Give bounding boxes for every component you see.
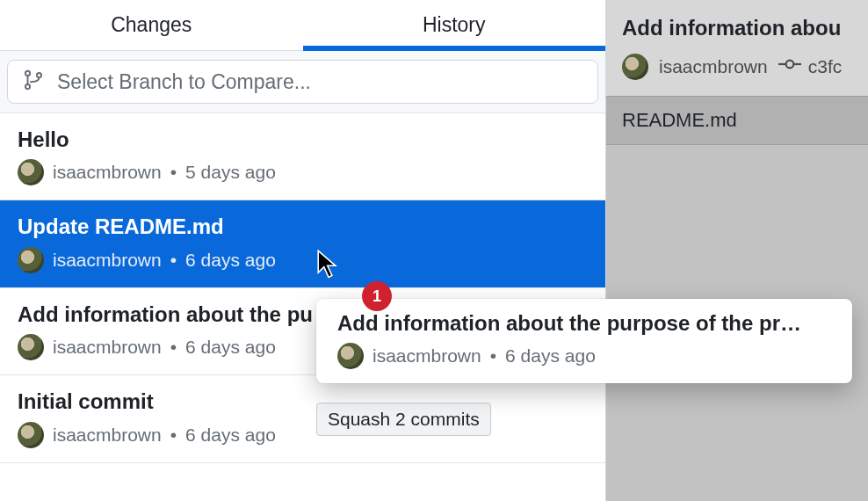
tab-history-label: History [423, 13, 486, 37]
history-panel: Changes History Select Branch to Compare… [0, 0, 606, 501]
drag-time: 6 days ago [505, 345, 596, 367]
separator-dot: • [170, 250, 177, 271]
commit-author: isaacmbrown [53, 162, 162, 183]
branch-compare-container: Select Branch to Compare... [0, 51, 605, 113]
drag-meta: isaacmbrown • 6 days ago [337, 343, 835, 369]
detail-hash-text: c3fc [808, 56, 843, 77]
drag-title: Add information about the purpose of the… [337, 311, 835, 336]
branch-compare-placeholder: Select Branch to Compare... [57, 70, 311, 94]
commit-item[interactable]: Hello isaacmbrown • 5 days ago [0, 113, 605, 200]
commit-meta: isaacmbrown • 6 days ago [18, 422, 588, 448]
commit-meta: isaacmbrown • 5 days ago [18, 159, 588, 185]
tabs: Changes History [0, 0, 605, 51]
separator-dot: • [170, 337, 177, 358]
avatar [337, 343, 364, 369]
commit-detail-panel: Add information abou isaacmbrown c3fc RE… [606, 0, 868, 501]
detail-hash: c3fc [778, 53, 843, 80]
tab-history[interactable]: History [303, 0, 606, 50]
commit-icon [778, 53, 801, 80]
drag-badge: 1 [362, 281, 392, 311]
svg-point-0 [25, 71, 30, 76]
commit-time: 6 days ago [185, 425, 276, 446]
commit-time: 6 days ago [185, 337, 276, 358]
detail-meta: isaacmbrown c3fc [622, 53, 850, 80]
commit-title: Initial commit [18, 388, 588, 416]
commit-meta: isaacmbrown • 6 days ago [18, 247, 588, 273]
drag-preview-card: 1 Add information about the purpose of t… [316, 299, 852, 383]
detail-file-row[interactable]: README.md [606, 96, 868, 145]
tab-changes[interactable]: Changes [0, 0, 303, 50]
branch-compare-select[interactable]: Select Branch to Compare... [7, 60, 598, 104]
detail-author: isaacmbrown [659, 56, 768, 77]
commit-title: Update README.md [18, 213, 588, 241]
squash-tooltip-text: Squash 2 commits [328, 409, 480, 429]
commit-author: isaacmbrown [53, 250, 162, 271]
separator-dot: • [170, 425, 177, 446]
commit-item[interactable]: Initial commit isaacmbrown • 6 days ago [0, 375, 605, 462]
drag-badge-count: 1 [373, 287, 381, 306]
svg-point-2 [37, 73, 41, 77]
detail-title: Add information abou [622, 16, 850, 40]
commit-item-selected[interactable]: Update README.md isaacmbrown • 6 days ag… [0, 200, 605, 287]
commit-time: 5 days ago [185, 162, 276, 183]
separator-dot: • [490, 345, 496, 367]
avatar [18, 159, 44, 185]
detail-header: Add information abou isaacmbrown c3fc [606, 0, 868, 96]
commit-time: 6 days ago [185, 250, 276, 271]
svg-point-3 [785, 61, 793, 69]
detail-filename: README.md [622, 109, 737, 131]
commit-author: isaacmbrown [53, 425, 162, 446]
avatar [18, 334, 44, 360]
tab-changes-label: Changes [111, 13, 192, 37]
avatar [18, 247, 44, 273]
separator-dot: • [170, 162, 177, 183]
commit-author: isaacmbrown [53, 337, 162, 358]
drag-author: isaacmbrown [373, 345, 481, 367]
git-branch-icon [22, 69, 45, 95]
svg-point-1 [25, 84, 30, 89]
commit-title: Hello [18, 126, 588, 154]
avatar [18, 422, 44, 448]
squash-tooltip: Squash 2 commits [316, 403, 491, 436]
commit-list: Hello isaacmbrown • 5 days ago Update RE… [0, 113, 605, 463]
avatar [622, 54, 648, 80]
